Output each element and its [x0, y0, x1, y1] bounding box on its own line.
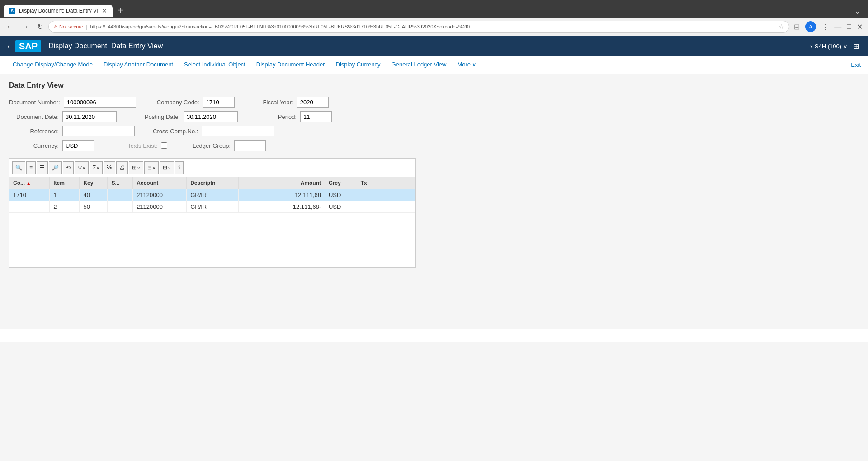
- sap-layout-button[interactable]: ⊞: [851, 40, 861, 52]
- company-code-input[interactable]: [203, 97, 235, 108]
- nav-display-currency[interactable]: Display Currency: [330, 56, 386, 74]
- cell-crcy: USD: [325, 201, 357, 213]
- reference-input[interactable]: [62, 126, 135, 136]
- nav-more-label: More: [457, 61, 471, 68]
- warning-icon: ⚠: [53, 24, 58, 30]
- forward-button[interactable]: →: [19, 22, 32, 32]
- tab-close-button[interactable]: ✕: [102, 7, 107, 14]
- bookmark-icon[interactable]: ☆: [778, 23, 784, 30]
- cell-item: 1: [50, 189, 80, 201]
- company-code-label: Company Code:: [154, 99, 199, 106]
- filter-button[interactable]: ▽∨: [75, 161, 89, 174]
- active-tab[interactable]: S Display Document: Data Entry Vi ✕: [4, 5, 113, 17]
- url-separator: |: [86, 24, 87, 30]
- document-number-input[interactable]: [64, 97, 136, 108]
- sap-back-button[interactable]: ‹: [7, 42, 10, 51]
- browser-toolbar-icons: ⊞ a ⋮ — □ ✕: [792, 20, 864, 33]
- maximize-button[interactable]: □: [845, 20, 853, 33]
- close-window-button[interactable]: ✕: [855, 20, 864, 33]
- nav-more[interactable]: More ∨: [452, 56, 482, 74]
- sap-system-selector[interactable]: S4H (100) ∨: [815, 43, 848, 50]
- new-tab-button[interactable]: +: [114, 4, 127, 18]
- security-indicator: ⚠ Not secure: [53, 24, 83, 30]
- nav-general-ledger[interactable]: General Ledger View: [386, 56, 452, 74]
- col-account[interactable]: Account: [133, 177, 187, 189]
- cell-item: 2: [50, 201, 80, 213]
- sort-ascending-button[interactable]: ≡: [26, 161, 36, 174]
- sum-button[interactable]: Σ∨: [90, 161, 103, 174]
- tab-favicon: S: [9, 8, 15, 14]
- refresh-button[interactable]: ⟲: [63, 161, 74, 174]
- minimize-button[interactable]: —: [832, 20, 843, 33]
- table-header-row: Co... ▲ Item Key S... Account Descriptn …: [9, 177, 415, 189]
- table-section: 🔍 ≡ ☰ 🔎 ⟲ ▽∨ Σ∨ ⅔ 🖨 ⊞∨ ⊟∨ ⊞∨ ℹ Co... ▲: [9, 158, 416, 268]
- currency-label: Currency:: [9, 142, 59, 149]
- document-number-label: Document Number:: [9, 99, 60, 106]
- fractions-button[interactable]: ⅔: [104, 161, 115, 174]
- fiscal-year-input[interactable]: [297, 97, 329, 108]
- nav-exit[interactable]: Exit: [851, 61, 861, 68]
- cell-amount: 12.111,68-: [239, 201, 325, 213]
- texts-exist-checkbox[interactable]: [161, 142, 167, 149]
- col-co-label: Co...: [13, 180, 25, 186]
- posting-date-input[interactable]: [184, 111, 238, 122]
- cross-comp-input[interactable]: [202, 126, 274, 136]
- sap-system-dropdown-icon: ∨: [843, 43, 848, 50]
- cell-co: 1710: [9, 189, 50, 201]
- col-tx[interactable]: Tx: [357, 177, 379, 189]
- document-form: Document Number: Company Code: Fiscal Ye…: [9, 97, 859, 151]
- info-button[interactable]: ℹ: [175, 161, 184, 174]
- col-crcy[interactable]: Crcy: [325, 177, 357, 189]
- zoom-button[interactable]: 🔍: [12, 161, 25, 174]
- sort-descending-button[interactable]: ☰: [37, 161, 48, 174]
- print-button[interactable]: 🖨: [116, 161, 128, 174]
- browser-chrome: S Display Document: Data Entry Vi ✕ + ⌄ …: [0, 0, 868, 36]
- period-field: Period:: [256, 111, 332, 122]
- col-amount[interactable]: Amount: [239, 177, 325, 189]
- sap-header: ‹ SAP Display Document: Data Entry View …: [0, 36, 868, 56]
- columns-button[interactable]: ⊞∨: [160, 161, 174, 174]
- reload-button[interactable]: ↻: [34, 22, 46, 32]
- tab-title: Display Document: Data Entry Vi: [19, 8, 98, 14]
- document-date-input[interactable]: [62, 111, 117, 122]
- nav-more-icon: ∨: [472, 61, 476, 68]
- profile-button[interactable]: a: [803, 20, 818, 33]
- spacer: [0, 275, 868, 329]
- nav-display-header[interactable]: Display Document Header: [251, 56, 330, 74]
- layout-button[interactable]: ⊞∨: [129, 161, 143, 174]
- address-bar[interactable]: ⚠ Not secure | https:// .44300/sap/bc/gu…: [48, 21, 789, 33]
- period-input[interactable]: [300, 111, 332, 122]
- table-row[interactable]: 1710 1 40 21120000 GR/IR 12.111,68 USD: [9, 189, 415, 201]
- col-co: Co... ▲: [9, 177, 50, 189]
- period-label: Period:: [256, 113, 297, 120]
- extension-button[interactable]: ⊞: [792, 20, 802, 33]
- tab-overflow-button[interactable]: ⌄: [850, 4, 864, 18]
- col-s[interactable]: S...: [108, 177, 133, 189]
- nav-change-display[interactable]: Change Display/Change Mode: [7, 56, 98, 74]
- back-button[interactable]: ←: [4, 22, 16, 32]
- settings-button[interactable]: ⋮: [820, 20, 830, 33]
- cell-s: [108, 189, 133, 201]
- nav-menu: Change Display/Change Mode Display Anoth…: [0, 56, 868, 74]
- view-button[interactable]: ⊟∨: [144, 161, 159, 174]
- sap-forward-button[interactable]: ›: [808, 40, 815, 53]
- col-key[interactable]: Key: [80, 177, 108, 189]
- nav-display-another[interactable]: Display Another Document: [98, 56, 179, 74]
- cell-account: 21120000: [133, 189, 187, 201]
- browser-toolbar: ← → ↻ ⚠ Not secure | https:// .44300/sap…: [0, 18, 868, 36]
- currency-input[interactable]: [62, 140, 94, 151]
- nav-select-individual[interactable]: Select Individual Object: [179, 56, 251, 74]
- col-descriptn[interactable]: Descriptn: [187, 177, 239, 189]
- cell-account: 21120000: [133, 201, 187, 213]
- col-item[interactable]: Item: [50, 177, 80, 189]
- ledger-group-label: Ledger Group:: [185, 142, 231, 149]
- texts-exist-label: Texts Exist:: [112, 142, 157, 149]
- table-row[interactable]: 2 50 21120000 GR/IR 12.111,68- USD: [9, 201, 415, 213]
- col-extra: [379, 177, 415, 189]
- document-number-field: Document Number:: [9, 97, 136, 108]
- find-button[interactable]: 🔎: [49, 161, 62, 174]
- sap-page-title: Display Document: Data Entry View: [48, 42, 808, 50]
- ledger-group-input[interactable]: [234, 140, 266, 151]
- cross-comp-field: Cross-Comp.No.:: [153, 126, 274, 136]
- cell-tx: [357, 201, 379, 213]
